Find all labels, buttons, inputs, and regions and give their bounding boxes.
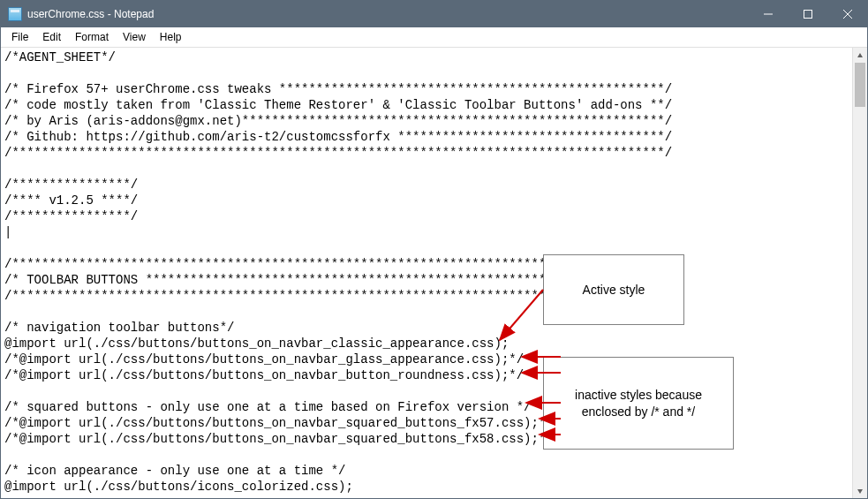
titlebar: userChrome.css - Notepad xyxy=(1,1,867,27)
scroll-track[interactable] xyxy=(853,63,867,483)
menu-view[interactable]: View xyxy=(116,28,153,46)
scroll-down-button[interactable] xyxy=(853,483,867,498)
scroll-up-button[interactable] xyxy=(853,48,867,63)
window-title: userChrome.css - Notepad xyxy=(27,8,748,20)
maximize-button[interactable] xyxy=(788,1,827,27)
scroll-thumb[interactable] xyxy=(855,63,865,107)
svg-marker-5 xyxy=(857,489,863,494)
menu-edit[interactable]: Edit xyxy=(35,28,68,46)
menu-format[interactable]: Format xyxy=(68,28,116,46)
menu-help[interactable]: Help xyxy=(153,28,189,46)
vertical-scrollbar[interactable] xyxy=(852,48,867,498)
menu-file[interactable]: File xyxy=(4,28,35,46)
close-button[interactable] xyxy=(827,1,867,27)
menubar: File Edit Format View Help xyxy=(1,27,867,48)
svg-rect-1 xyxy=(804,11,811,19)
callout-inactive-styles: inactive styles because enclosed by /* a… xyxy=(543,357,734,450)
window-controls xyxy=(748,1,867,27)
content-area: /*AGENT_SHEET*/ /* Firefox 57+ userChrom… xyxy=(1,48,867,498)
minimize-button[interactable] xyxy=(748,1,788,27)
svg-marker-4 xyxy=(857,53,863,57)
callout-text: inactive styles because enclosed by /* a… xyxy=(563,387,713,419)
callout-active-style: Active style xyxy=(543,254,684,325)
notepad-icon xyxy=(8,7,22,21)
callout-text: Active style xyxy=(583,282,645,298)
